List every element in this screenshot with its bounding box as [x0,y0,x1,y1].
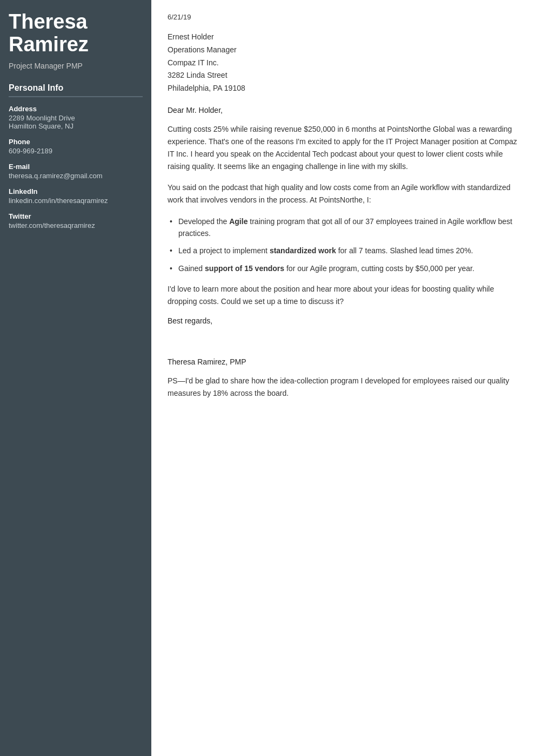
bullet2-bold: standardized work [270,246,336,255]
twitter-value: twitter.com/theresaqramirez [9,221,143,230]
first-name: Theresa [9,10,88,33]
bullet-item-1: Developed the Agile training program tha… [170,215,519,240]
linkedin-value: linkedin.com/in/theresaqramirez [9,197,143,205]
linkedin-label: LinkedIn [9,187,143,195]
email-value: theresa.q.ramirez@gmail.com [9,172,143,180]
address-label: Address [9,105,143,113]
bullet3-bold: support of 15 vendors [205,264,284,273]
phone-value: 609-969-2189 [9,147,143,155]
applicant-name: Theresa Ramirez [9,11,143,56]
bullet3-pre: Gained [178,264,205,273]
recipient-title: Operations Manager [168,44,519,57]
email-block: E-mail theresa.q.ramirez@gmail.com [9,163,143,180]
twitter-label: Twitter [9,212,143,220]
job-title: Project Manager PMP [9,62,143,70]
bullet1-pre: Developed the [178,217,229,226]
paragraph-3: I'd love to learn more about the positio… [168,283,519,308]
bullet-list: Developed the Agile training program tha… [168,215,519,275]
closing: Best regards, [168,316,519,325]
bullet3-post: for our Agile program, cutting costs by … [284,264,474,273]
last-name: Ramirez [9,33,89,56]
recipient-city: Philadelphia, PA 19108 [168,82,519,95]
bullet1-bold: Agile [229,217,248,226]
ps-block: PS—I'd be glad to share how the idea-col… [168,375,519,400]
recipient-company: Compaz IT Inc. [168,57,519,70]
linkedin-block: LinkedIn linkedin.com/in/theresaqramirez [9,187,143,205]
salutation: Dear Mr. Holder, [168,106,519,114]
cover-letter-body: 6/21/19 Ernest Holder Operations Manager… [151,0,535,756]
recipient-street: 3282 Linda Street [168,69,519,82]
personal-info-heading: Personal Info [9,83,143,97]
phone-label: Phone [9,138,143,146]
phone-block: Phone 609-969-2189 [9,138,143,155]
address-line2: Hamilton Square, NJ [9,122,143,130]
signature-name: Theresa Ramirez, PMP [168,357,519,366]
recipient-name: Ernest Holder [168,31,519,44]
paragraph-2-intro: You said on the podcast that high qualit… [168,181,519,206]
bullet2-pre: Led a project to implement [178,246,270,255]
paragraph-1: Cutting costs 25% while raising revenue … [168,123,519,173]
email-label: E-mail [9,163,143,171]
address-line1: 2289 Moonlight Drive [9,114,143,122]
address-block: Address 2289 Moonlight Drive Hamilton Sq… [9,105,143,130]
bullet2-post: for all 7 teams. Slashed lead times 20%. [336,246,473,255]
recipient-block: Ernest Holder Operations Manager Compaz … [168,31,519,95]
bullet-item-2: Led a project to implement standardized … [170,245,519,256]
twitter-block: Twitter twitter.com/theresaqramirez [9,212,143,230]
letter-date: 6/21/19 [168,13,519,21]
sidebar: Theresa Ramirez Project Manager PMP Pers… [0,0,151,756]
bullet-item-3: Gained support of 15 vendors for our Agi… [170,262,519,274]
